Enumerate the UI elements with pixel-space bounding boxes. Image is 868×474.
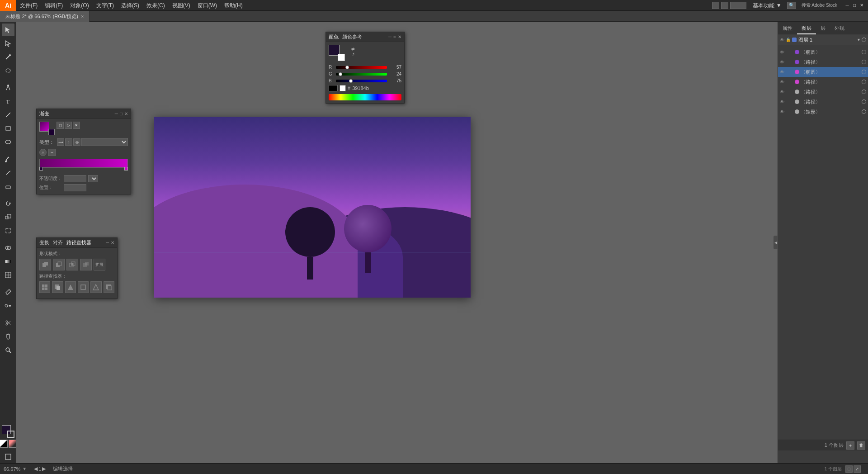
- right-panel-collapse[interactable]: ◀: [774, 236, 778, 249]
- scissors-tool[interactable]: [2, 317, 14, 329]
- b-slider[interactable]: [336, 80, 387, 82]
- eye-icon[interactable]: 👁: [780, 70, 787, 75]
- layer-item-path4[interactable]: 👁 〈路径〉: [778, 97, 868, 107]
- menu-effect[interactable]: 效果(C): [143, 0, 169, 11]
- cc-libraries-tab[interactable]: 层: [816, 22, 830, 34]
- layer-target[interactable]: [862, 38, 866, 42]
- properties-tab[interactable]: 属性: [778, 22, 797, 34]
- layer-item-rect[interactable]: 👁 〈矩形〉: [778, 107, 868, 117]
- eye-icon[interactable]: 👁: [780, 38, 784, 43]
- menu-view[interactable]: 视图(V): [169, 0, 194, 11]
- layer-target-dot[interactable]: [862, 90, 866, 94]
- swap-colors-btn[interactable]: ⇄: [351, 47, 355, 51]
- eye-icon[interactable]: 👁: [780, 60, 787, 65]
- normal-mode[interactable]: [0, 440, 8, 448]
- color-panel-menu[interactable]: ≡: [393, 34, 396, 39]
- tree-right[interactable]: [344, 205, 392, 273]
- color-panel-title[interactable]: 颜色: [329, 33, 339, 40]
- opacity-select[interactable]: [88, 175, 98, 182]
- drawing-mode[interactable]: [9, 440, 17, 448]
- zoom-fit-btn[interactable]: ⤢: [854, 465, 861, 473]
- workspace-selector[interactable]: 基本功能 ▼: [749, 0, 785, 11]
- scale-tool[interactable]: [2, 211, 14, 223]
- gradient-vertical[interactable]: ↕: [65, 138, 72, 146]
- eye-icon[interactable]: 👁: [780, 50, 787, 55]
- gradient-bg-swatch[interactable]: [48, 129, 55, 135]
- default-colors-btn[interactable]: ↺: [351, 52, 355, 57]
- type-tool[interactable]: T: [2, 95, 14, 108]
- layer-group-header[interactable]: 👁 🔒 图层 1 ▼: [778, 34, 868, 45]
- change-screen-mode[interactable]: [2, 450, 14, 463]
- line-tool[interactable]: [2, 109, 14, 121]
- color-reference-title[interactable]: 颜色参考: [342, 33, 362, 40]
- exclude-btn[interactable]: [80, 259, 92, 270]
- eye-icon[interactable]: 👁: [780, 109, 787, 114]
- document-tab[interactable]: 未标题-2* @ 66.67% (RGB/预览) ×: [0, 11, 90, 22]
- layer-item-ellipse1[interactable]: 👁 〈椭圆〉: [778, 47, 868, 57]
- gradient-bar[interactable]: [39, 159, 128, 168]
- direct-selection-tool[interactable]: [2, 37, 14, 50]
- menu-select[interactable]: 选择(S): [118, 0, 143, 11]
- layer-target-dot[interactable]: [862, 60, 866, 64]
- search-button[interactable]: 🔍: [787, 2, 796, 9]
- free-transform-tool[interactable]: [2, 224, 14, 237]
- menu-object[interactable]: 对象(O): [66, 0, 92, 11]
- g-slider[interactable]: [336, 73, 387, 76]
- white-swatch[interactable]: [340, 85, 346, 91]
- expand-shape-btn[interactable]: 扩展: [94, 259, 105, 270]
- ellipse-tool[interactable]: [2, 136, 14, 148]
- zoom-tool[interactable]: [2, 344, 14, 356]
- layer-item-path2[interactable]: 👁 〈路径〉: [778, 77, 868, 87]
- intersect-btn[interactable]: [66, 259, 78, 270]
- opacity-input[interactable]: [64, 175, 86, 182]
- gradient-type-select[interactable]: [81, 138, 128, 146]
- layer-item-ellipse2[interactable]: 👁 〈椭圆〉: [778, 67, 868, 77]
- blend-tool[interactable]: [2, 299, 14, 312]
- color-spectrum[interactable]: [329, 94, 401, 100]
- selection-tool[interactable]: [2, 24, 14, 36]
- merge-btn[interactable]: [65, 281, 76, 293]
- stroke-color[interactable]: [7, 431, 14, 438]
- rectangle-tool[interactable]: [2, 122, 14, 135]
- search-adobe[interactable]: 搜索 Adobe Stock: [798, 0, 841, 11]
- crop-btn[interactable]: [78, 281, 89, 293]
- delete-layer-btn[interactable]: 🗑: [857, 441, 865, 450]
- menu-text[interactable]: 文字(T): [93, 0, 118, 11]
- eyedropper-tool[interactable]: [2, 286, 14, 299]
- minus-back-btn[interactable]: [104, 281, 114, 293]
- layer-expand-icon[interactable]: ▼: [857, 38, 861, 42]
- gradient-stop-left[interactable]: [39, 167, 43, 171]
- menu-file[interactable]: 文件(F): [16, 0, 41, 11]
- gradient-radial[interactable]: ◎: [73, 138, 80, 146]
- gradient-edit-stroke[interactable]: ▷: [65, 122, 72, 129]
- black-swatch[interactable]: [329, 85, 338, 91]
- pathfinder-panel-collapse[interactable]: ─: [106, 240, 109, 245]
- layer-item-path3[interactable]: 👁 〈路径〉: [778, 87, 868, 97]
- eye-icon[interactable]: 👁: [780, 80, 787, 85]
- shape-builder-tool[interactable]: [2, 242, 14, 254]
- magic-wand-tool[interactable]: [2, 51, 14, 63]
- r-slider[interactable]: [336, 66, 387, 69]
- minus-front-btn[interactable]: [53, 259, 65, 270]
- eye-icon[interactable]: 👁: [780, 90, 787, 95]
- menu-edit[interactable]: 编辑(E): [41, 0, 66, 11]
- gradient-angle-icon[interactable]: △: [39, 149, 47, 156]
- layers-tab[interactable]: 图层: [797, 22, 816, 34]
- document-tab-close[interactable]: ×: [81, 11, 84, 22]
- trim-btn[interactable]: [52, 281, 63, 293]
- prev-artboard[interactable]: ◀: [34, 466, 38, 472]
- artwork-canvas[interactable]: [154, 117, 471, 298]
- zoom-down[interactable]: ▼: [22, 466, 27, 471]
- unite-btn[interactable]: [39, 259, 51, 270]
- position-input[interactable]: [64, 184, 86, 191]
- hex-value[interactable]: 39184b: [352, 85, 369, 91]
- layer-target-dot[interactable]: [862, 70, 866, 74]
- layer-target-dot[interactable]: [862, 80, 866, 84]
- eraser-tool[interactable]: [2, 180, 14, 193]
- layer-target-dot[interactable]: [862, 50, 866, 54]
- pencil-tool[interactable]: [2, 166, 14, 179]
- gradient-panel-expand[interactable]: □: [120, 111, 123, 116]
- appearance-tab[interactable]: 外观: [830, 22, 849, 34]
- maximize-button[interactable]: □: [852, 3, 857, 8]
- gradient-preview-swatch[interactable]: [39, 122, 49, 132]
